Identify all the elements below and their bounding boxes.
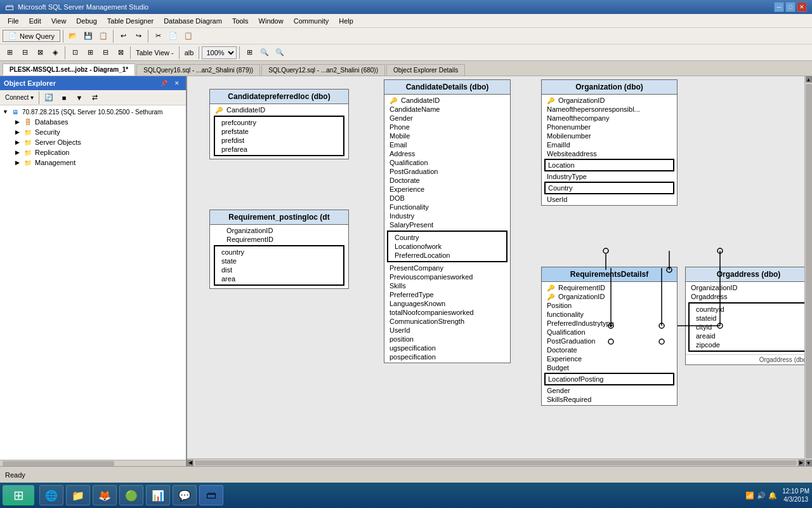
- tab-sqlquery12[interactable]: SQLQuery12.sql - ...an2_Shalini (680)): [261, 64, 385, 76]
- toolbar2-btn2[interactable]: ⊟: [18, 46, 32, 60]
- tree-replication[interactable]: ▶ 📁 Replication: [0, 147, 186, 157]
- col-email: Email: [384, 140, 510, 149]
- menu-tools[interactable]: Tools: [227, 16, 254, 26]
- col-gender-rd: Gender: [542, 386, 677, 395]
- window-controls: ─ □ ✕: [774, 2, 807, 12]
- menu-edit[interactable]: Edit: [24, 16, 46, 26]
- undo-button[interactable]: ↩: [116, 29, 130, 43]
- table-candidatedetails[interactable]: CandidateDetails (dbo) 🔑 CandidateID Can…: [384, 79, 511, 363]
- toolbar2-btn8[interactable]: ⊠: [114, 46, 128, 60]
- table-requirement-postingloc[interactable]: Requirement_postingloc (dt OrganizationI…: [209, 210, 349, 289]
- zoom-select[interactable]: 100%: [202, 46, 237, 59]
- menu-window[interactable]: Window: [254, 16, 289, 26]
- management-expand-icon[interactable]: ▶: [15, 159, 23, 166]
- diagram-area[interactable]: ▲ ▼ ◀ ▶ Candidatepreferredloc (dbo): [187, 76, 812, 466]
- menu-community[interactable]: Community: [289, 16, 334, 26]
- oe-sync-button[interactable]: ⇄: [88, 91, 102, 105]
- replication-label: Replication: [35, 149, 69, 156]
- col-userid-org: UserId: [542, 195, 677, 204]
- col-doctorate-rd: Doctorate: [542, 345, 677, 354]
- zoom-fit-button[interactable]: ⊞: [242, 46, 256, 60]
- oe-close-button[interactable]: ✕: [172, 78, 182, 88]
- paste-button[interactable]: 📋: [181, 29, 195, 43]
- toolbar-1: 📄 New Query 📂 💾 📋 ↩ ↪ ✂ 📄 📋: [0, 28, 812, 44]
- menu-view[interactable]: View: [46, 16, 72, 26]
- view-mode-label: Table View -: [133, 49, 176, 57]
- minimize-button[interactable]: ─: [774, 2, 784, 12]
- server-objects-expand-icon[interactable]: ▶: [15, 139, 23, 145]
- col-orgid-rd: 🔑 OrganizationID: [542, 292, 677, 301]
- zoom-in-button[interactable]: 🔍: [258, 46, 272, 60]
- toolbar2-btn1[interactable]: ⊞: [3, 46, 16, 60]
- tree-management[interactable]: ▶ 📁 Management: [0, 157, 186, 168]
- menu-debug[interactable]: Debug: [71, 16, 102, 26]
- toolbar2-sep2: [130, 46, 131, 59]
- col-websiteaddress: Websiteaddress: [542, 149, 677, 158]
- diagram-vscrollbar[interactable]: ▲ ▼: [804, 76, 812, 466]
- security-expand-icon[interactable]: ▶: [15, 129, 23, 135]
- save-all-button[interactable]: 📋: [96, 29, 110, 43]
- col-candidateid-det: 🔑 CandidateID: [384, 96, 510, 105]
- server-expand-icon[interactable]: ▼: [3, 109, 10, 115]
- tree-databases[interactable]: ▶ 🗄 Databases: [0, 117, 186, 127]
- taskbar-app-firefox[interactable]: 🦊: [93, 485, 117, 505]
- oe-stop-button[interactable]: ■: [57, 91, 71, 105]
- taskbar-app-explorer[interactable]: 📁: [66, 485, 90, 505]
- cut-button[interactable]: ✂: [151, 29, 165, 43]
- tree-server-objects[interactable]: ▶ 📁 Server Objects: [0, 137, 186, 147]
- col-emailid: EmailId: [542, 140, 677, 149]
- tab-diagram[interactable]: PLESK-MSSQL1.set...jobz - Diagram_1*: [3, 64, 135, 76]
- menu-table-designer[interactable]: Table Designer: [102, 16, 159, 26]
- tree-server[interactable]: ▼ 🖥 70.87.28.215 (SQL Server 10.50.2500 …: [0, 107, 186, 117]
- oe-filter-button[interactable]: ▼: [72, 91, 86, 105]
- replication-expand-icon[interactable]: ▶: [15, 149, 23, 156]
- new-query-button[interactable]: 📄 New Query: [3, 30, 60, 42]
- table-requirementsdetailsf[interactable]: RequirementsDetailsf 🔑 RequirementID 🔑 O…: [541, 267, 678, 406]
- col-prevcompanies: Previouscompaniesworked: [384, 272, 510, 281]
- col-country-det: Country: [390, 233, 505, 242]
- toolbar2-btn9[interactable]: alb: [182, 46, 197, 60]
- taskbar-app-chat[interactable]: 💬: [173, 485, 197, 505]
- copy-button[interactable]: 📄: [166, 29, 180, 43]
- maximize-button[interactable]: □: [785, 2, 796, 12]
- col-zipcode: zipcode: [691, 340, 806, 349]
- table-orgaddress-body: OrganizationID Orgaddress countryid stat…: [686, 282, 811, 354]
- oe-connect-button[interactable]: Connect ▾: [3, 91, 36, 105]
- toolbar2-btn4[interactable]: ◈: [48, 46, 62, 60]
- tab-sqlquery16[interactable]: SQLQuery16.sql - ...an2_Shalini (879)): [136, 64, 260, 76]
- tree-security[interactable]: ▶ 📁 Security: [0, 127, 186, 137]
- start-button[interactable]: ⊞: [3, 485, 34, 505]
- toolbar2-btn5[interactable]: ⊡: [68, 46, 82, 60]
- table-orgaddress[interactable]: Orgaddress (dbo) OrganizationID Orgaddre…: [685, 267, 812, 365]
- zoom-out-button[interactable]: 🔍: [273, 46, 287, 60]
- col-location-highlighted: Location: [544, 159, 674, 171]
- oe-refresh-button[interactable]: 🔄: [42, 91, 56, 105]
- menu-database-diagram[interactable]: Database Diagram: [159, 16, 227, 26]
- oe-pin-button[interactable]: 📌: [159, 78, 169, 88]
- col-cityid: cityid: [691, 323, 806, 331]
- menu-help[interactable]: Help: [334, 16, 358, 26]
- tab-oe-details[interactable]: Object Explorer Details: [386, 64, 465, 76]
- table-candidatepreferredloc[interactable]: Candidatepreferredloc (dbo) 🔑 CandidateI…: [209, 89, 349, 159]
- save-button[interactable]: 💾: [81, 29, 95, 43]
- redo-button[interactable]: ↪: [131, 29, 145, 43]
- col-position-det: position: [384, 335, 510, 344]
- taskbar-app-ie[interactable]: 🌐: [39, 485, 63, 505]
- toolbar2-btn6[interactable]: ⊞: [83, 46, 97, 60]
- taskbar-app-ssms[interactable]: 🗃: [199, 485, 223, 505]
- col-candidateid-1: 🔑 CandidateID: [210, 105, 348, 114]
- col-functionality-rd: functionality: [542, 310, 677, 319]
- taskbar-app-chrome[interactable]: 🟢: [119, 485, 143, 505]
- toolbar2-btn7[interactable]: ⊟: [98, 46, 112, 60]
- table-organization[interactable]: Organization (dbo) 🔑 OrganizationID Name…: [541, 79, 678, 206]
- oe-hscrollbar[interactable]: [0, 460, 186, 466]
- databases-expand-icon[interactable]: ▶: [15, 119, 23, 125]
- menu-file[interactable]: File: [3, 16, 24, 26]
- toolbar2-btn3[interactable]: ⊠: [33, 46, 47, 60]
- taskbar-app-excel[interactable]: 📊: [146, 485, 170, 505]
- open-file-button[interactable]: 📂: [66, 29, 80, 43]
- col-postgrad: PostGraduation: [384, 167, 510, 176]
- table-requirementsdetailsf-header: RequirementsDetailsf: [542, 267, 677, 282]
- diagram-hscrollbar[interactable]: ◀ ▶: [187, 458, 804, 466]
- close-button[interactable]: ✕: [797, 2, 807, 12]
